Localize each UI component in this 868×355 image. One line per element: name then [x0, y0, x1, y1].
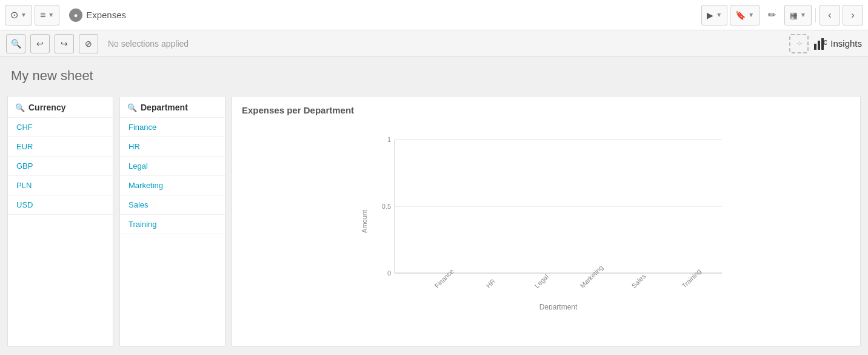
bookmark-icon: 🔖: [735, 10, 746, 20]
department-search-icon: 🔍: [127, 103, 137, 112]
dropdown-arrow-icon5: ▼: [800, 12, 806, 18]
list-item[interactable]: GBP: [8, 157, 113, 176]
list-item[interactable]: Training: [120, 215, 225, 234]
list-item[interactable]: CHF: [8, 118, 113, 137]
chart-icon: ▦: [790, 10, 798, 20]
dropdown-arrow-icon2: ▼: [48, 12, 54, 18]
no-selections-text: No selections applied: [108, 39, 784, 49]
undo-icon: ↩: [36, 39, 44, 49]
app-icon: ●: [69, 8, 82, 22]
chevron-left-icon: ‹: [828, 10, 831, 21]
svg-rect-0: [814, 44, 816, 50]
circle-icon: ⊙: [10, 9, 18, 21]
svg-text:Training: Training: [681, 268, 703, 289]
bookmark-button[interactable]: 🔖 ▼: [730, 5, 760, 25]
search-icon: 🔍: [11, 39, 21, 49]
svg-text:Sales: Sales: [630, 272, 647, 289]
svg-rect-1: [818, 41, 820, 50]
dropdown-arrow-icon4: ▼: [748, 12, 754, 18]
insights-label: Insights: [830, 38, 862, 49]
list-item[interactable]: EUR: [8, 137, 113, 157]
app-name-area: ● Expenses: [69, 8, 126, 22]
clear-icon: ⊘: [85, 39, 92, 49]
list-item[interactable]: Sales: [120, 195, 225, 215]
y-axis-label: Amount: [361, 210, 368, 233]
svg-text:1: 1: [387, 136, 391, 143]
dropdown-arrow-icon3: ▼: [716, 12, 722, 18]
list-item[interactable]: PLN: [8, 176, 113, 195]
sheet-title: My new sheet: [11, 68, 857, 84]
list-item[interactable]: Marketing: [120, 176, 225, 195]
insights-button[interactable]: Insights: [813, 38, 862, 50]
back-selection-button[interactable]: ↩: [30, 34, 50, 53]
chart-type-button[interactable]: ▦ ▼: [784, 5, 812, 25]
toolbar-left: ⊙ ▼ ≡ ▼ ● Expenses: [5, 5, 701, 25]
svg-text:Finance: Finance: [433, 268, 455, 289]
svg-point-3: [824, 41, 827, 44]
main-content: 🔍 Currency CHF EUR GBP PLN USD 🔍 Departm…: [0, 90, 868, 353]
currency-search-icon: 🔍: [15, 103, 25, 112]
sheet-title-bar: My new sheet: [0, 57, 868, 90]
department-filter-title: Department: [141, 103, 188, 112]
nav-back-button[interactable]: ‹: [820, 5, 840, 25]
pencil-icon: ✏: [768, 9, 776, 21]
chevron-right-icon: ›: [851, 10, 854, 21]
nav-forward-button[interactable]: ›: [843, 5, 863, 25]
list-button[interactable]: ≡ ▼: [35, 5, 59, 25]
expenses-chart: Amount 1 0.5 0 Finance HR Legal Marketin…: [242, 121, 850, 309]
svg-text:Department: Department: [539, 303, 578, 309]
clear-selection-button[interactable]: ⊘: [79, 34, 98, 53]
department-filter-panel: 🔍 Department Finance HR Legal Marketing …: [119, 96, 225, 347]
svg-text:0.5: 0.5: [382, 203, 391, 210]
home-button[interactable]: ⊙ ▼: [5, 5, 32, 25]
toolbar-right: ▶ ▼ 🔖 ▼ ✏ ▦ ▼ ‹ ›: [701, 5, 863, 25]
svg-text:Marketing: Marketing: [579, 263, 605, 289]
list-item[interactable]: Legal: [120, 157, 225, 176]
forward-selection-button[interactable]: ↪: [55, 34, 74, 53]
chart-area: Expenses per Department Amount 1 0.5 0 F…: [232, 96, 861, 347]
insights-icon: [813, 38, 827, 50]
insights-chart-icon: [813, 38, 827, 50]
selection-bar: 🔍 ↩ ↪ ⊘ No selections applied ⊹ Insights: [0, 30, 868, 57]
currency-filter-header: 🔍 Currency: [8, 96, 113, 118]
edit-button[interactable]: ✏: [762, 5, 782, 25]
list-item[interactable]: HR: [120, 137, 225, 157]
search-selection-button[interactable]: 🔍: [6, 34, 25, 53]
screen-button[interactable]: ▶ ▼: [701, 5, 727, 25]
top-toolbar: ⊙ ▼ ≡ ▼ ● Expenses ▶ ▼ 🔖 ▼ ✏ ▦ ▼: [0, 0, 868, 30]
list-icon: ≡: [40, 10, 45, 21]
chart-title: Expenses per Department: [242, 105, 850, 115]
currency-filter-panel: 🔍 Currency CHF EUR GBP PLN USD: [7, 96, 113, 347]
svg-rect-2: [821, 38, 824, 50]
app-icon-symbol: ●: [74, 12, 78, 19]
svg-text:HR: HR: [485, 277, 497, 289]
list-item[interactable]: USD: [8, 195, 113, 215]
dropdown-arrow-icon: ▼: [21, 12, 27, 18]
redo-icon: ↪: [61, 39, 68, 49]
currency-filter-title: Currency: [28, 103, 65, 112]
list-item[interactable]: Finance: [120, 118, 225, 137]
screen-icon: ▶: [707, 10, 713, 20]
svg-text:0: 0: [387, 269, 391, 277]
app-title: Expenses: [86, 10, 126, 20]
dashed-square-icon: ⊹: [796, 39, 802, 47]
toolbar-divider: [815, 8, 816, 22]
svg-text:Legal: Legal: [533, 272, 550, 289]
smart-search-button[interactable]: ⊹: [789, 34, 809, 53]
department-filter-header: 🔍 Department: [120, 96, 225, 118]
